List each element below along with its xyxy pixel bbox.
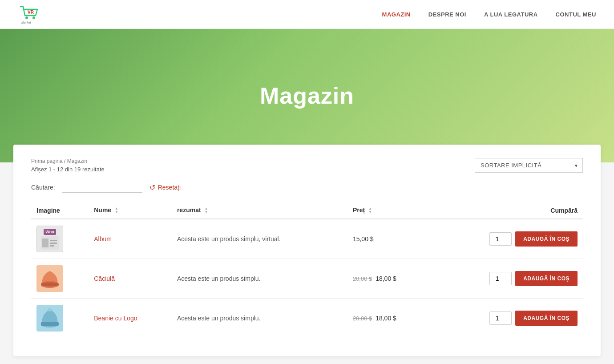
nav-link-despre[interactable]: DESPRE NOI <box>428 11 466 18</box>
svg-text:Market: Market <box>21 21 31 24</box>
col-header-nume: Nume ▲▼ <box>89 202 172 219</box>
col-header-imagine: Imagine <box>31 202 89 219</box>
sort-arrows-summary[interactable]: ▲▼ <box>205 207 208 214</box>
product-price-cell-beanie: 20,00 $ 18,00 $ <box>347 299 431 338</box>
nav-link-contact[interactable]: A LUA LEGATURA <box>484 11 538 18</box>
product-desc-cell-album: Acesta este un produs simplu, virtual. <box>172 219 347 259</box>
product-price-cell-album: 15,00 $ <box>347 219 431 259</box>
table-body: Woo Album Acesta este un produs simplu, … <box>31 219 583 338</box>
beanie-svg <box>39 306 61 331</box>
nav-link-magazin[interactable]: MAGAZIN <box>382 11 411 18</box>
product-name-cell: Beanie cu Logo <box>89 299 172 338</box>
product-name-link-album[interactable]: Album <box>94 235 112 243</box>
reset-label: Resetați <box>158 184 181 191</box>
reset-button[interactable]: ↺ Resetați <box>149 183 181 192</box>
svg-point-1 <box>25 16 28 19</box>
main-nav: MAGAZIN DESPRE NOI A LUA LEGATURA CONTUL… <box>382 10 596 18</box>
main-content: Prima pagină / Magazin Afișez 1 - 12 din… <box>13 145 601 356</box>
col-header-cumpara: Cumpără <box>431 202 583 219</box>
sort-wrapper: SORTARE IMPLICITĂ Sortare după popularit… <box>475 158 583 173</box>
search-input[interactable] <box>62 182 142 193</box>
product-name-link-beanie[interactable]: Beanie cu Logo <box>94 315 137 322</box>
nav-item-contul[interactable]: CONTUL MEU <box>556 10 596 18</box>
nav-links: MAGAZIN DESPRE NOI A LUA LEGATURA CONTUL… <box>382 10 596 18</box>
site-header: VR Market MAGAZIN DESPRE NOI A LUA LEGAT… <box>0 0 614 29</box>
sort-arrows-price[interactable]: ▲▼ <box>368 207 372 214</box>
product-table: Imagine Nume ▲▼ rezumat ▲▼ Preț ▲▼ Cumpă… <box>31 202 583 338</box>
product-thumbnail-beanie <box>36 305 63 332</box>
svg-text:VR: VR <box>28 10 34 15</box>
price-old-caciula: 20,00 $ <box>353 275 372 282</box>
svg-point-13 <box>41 282 59 286</box>
nav-item-magazin[interactable]: MAGAZIN <box>382 10 411 18</box>
svg-rect-15 <box>41 322 59 326</box>
price-new-caciula: 18,00 $ <box>376 275 396 282</box>
qty-input-caciula[interactable] <box>489 272 512 285</box>
table-row: Căciulă Acesta este un produs simplu. 20… <box>31 259 583 299</box>
woo-badge: Woo <box>44 229 56 235</box>
product-buy-cell-beanie: ADAUGĂ ÎN COȘ <box>431 299 583 338</box>
product-thumbnail-caciula <box>36 265 63 292</box>
breadcrumb-home-link[interactable]: Prima pagină <box>31 158 63 164</box>
table-header-row: Imagine Nume ▲▼ rezumat ▲▼ Preț ▲▼ Cumpă… <box>31 202 583 219</box>
top-row: Prima pagină / Magazin Afișez 1 - 12 din… <box>31 158 583 173</box>
sort-area: SORTARE IMPLICITĂ Sortare după popularit… <box>475 158 583 173</box>
hero-section: Magazin <box>0 29 614 162</box>
product-price-cell-caciula: 20,00 $ 18,00 $ <box>347 259 431 299</box>
table-header: Imagine Nume ▲▼ rezumat ▲▼ Preț ▲▼ Cumpă… <box>31 202 583 219</box>
price-old-beanie: 20,00 $ <box>353 315 372 322</box>
product-image-cell: Woo <box>31 219 89 259</box>
table-row: Woo Album Acesta este un produs simplu, … <box>31 219 583 259</box>
breadcrumb-area: Prima pagină / Magazin Afișez 1 - 12 din… <box>31 158 105 173</box>
product-desc-cell-beanie: Acesta este un produs simplu. <box>172 299 347 338</box>
qty-input-beanie[interactable] <box>489 311 512 325</box>
results-count: Afișez 1 - 12 din 19 rezultate <box>31 166 105 173</box>
svg-rect-9 <box>50 245 54 247</box>
svg-point-2 <box>32 16 35 19</box>
breadcrumb-current: Magazin <box>67 158 87 164</box>
reset-icon: ↺ <box>149 183 155 192</box>
nav-link-contul[interactable]: CONTUL MEU <box>556 11 596 18</box>
breadcrumb: Prima pagină / Magazin <box>31 158 105 164</box>
svg-rect-8 <box>50 243 57 244</box>
breadcrumb-separator: / <box>64 158 67 164</box>
qty-input-album[interactable] <box>489 232 512 246</box>
product-desc-cell-caciula: Acesta este un produs simplu. <box>172 259 347 299</box>
sort-arrows-name[interactable]: ▲▼ <box>115 207 118 214</box>
col-header-pret: Preț ▲▼ <box>347 202 431 219</box>
add-to-cart-beanie[interactable]: ADAUGĂ ÎN COȘ <box>515 311 578 326</box>
product-thumbnail-album: Woo <box>36 226 63 252</box>
logo-icon: VR Market <box>18 3 40 25</box>
sort-select[interactable]: SORTARE IMPLICITĂ Sortare după popularit… <box>475 158 583 173</box>
buy-cell-beanie: ADAUGĂ ÎN COȘ <box>436 311 578 326</box>
buy-cell-album: ADAUGĂ ÎN COȘ <box>436 231 578 247</box>
product-image-cell <box>31 299 89 338</box>
svg-rect-7 <box>50 240 57 241</box>
product-name-cell: Album <box>89 219 172 259</box>
nav-item-contact[interactable]: A LUA LEGATURA <box>484 10 538 18</box>
svg-rect-6 <box>42 239 48 247</box>
nav-item-despre[interactable]: DESPRE NOI <box>428 10 466 18</box>
price-regular-album: 15,00 $ <box>353 235 374 243</box>
product-name-cell: Căciulă <box>89 259 172 299</box>
table-row: Beanie cu Logo Acesta este un produs sim… <box>31 299 583 338</box>
search-row: Căutare: ↺ Resetați <box>31 182 583 193</box>
svg-point-17 <box>48 308 52 311</box>
album-svg <box>41 236 59 250</box>
logo-area: VR Market <box>18 3 40 25</box>
caciula-svg <box>39 267 61 291</box>
add-to-cart-album[interactable]: ADAUGĂ ÎN COȘ <box>515 231 578 247</box>
price-new-beanie: 18,00 $ <box>376 315 396 322</box>
product-image-cell <box>31 259 89 299</box>
hero-title: Magazin <box>260 82 354 109</box>
add-to-cart-caciula[interactable]: ADAUGĂ ÎN COȘ <box>515 271 578 286</box>
buy-cell-caciula: ADAUGĂ ÎN COȘ <box>436 271 578 286</box>
product-name-link-caciula[interactable]: Căciulă <box>94 275 115 282</box>
col-header-rezumat: rezumat ▲▼ <box>172 202 347 219</box>
product-buy-cell-caciula: ADAUGĂ ÎN COȘ <box>431 259 583 299</box>
search-label: Căutare: <box>31 184 55 191</box>
product-buy-cell-album: ADAUGĂ ÎN COȘ <box>431 219 583 259</box>
